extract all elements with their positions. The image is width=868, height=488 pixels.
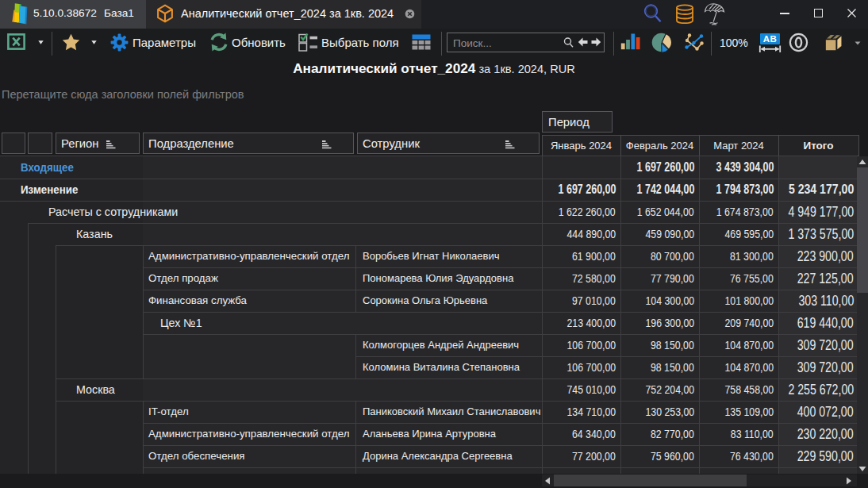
svg-text:AB: AB [763,34,778,44]
